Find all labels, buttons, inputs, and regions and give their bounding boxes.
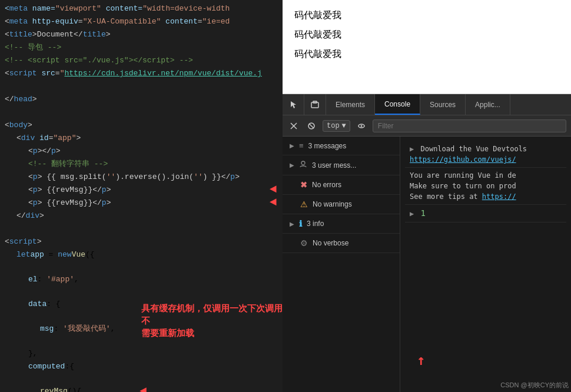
sidebar-info-label: 3 info [307,220,324,228]
context-dropdown[interactable]: top ▼ [323,120,350,132]
svg-point-7 [360,125,362,127]
sidebar-verbose-label: No verbose [313,239,348,247]
devtools-icon-cursor[interactable] [283,94,304,115]
right-panel: 码代敲爱我 码代敲爱我 码代敲爱我 [283,0,571,392]
tab-sources[interactable]: Sources [420,94,466,115]
arrow-icon: ▶ [290,142,294,149]
context-label: top [327,122,340,130]
code-line: </div> [0,210,283,222]
console-message-devtools: ▶ Download the Vue Devtools https://gith… [405,141,566,168]
tab-console[interactable]: Console [375,94,420,115]
clear-console-button[interactable] [287,119,300,132]
arrow-up-annotation: ↑ [417,352,425,368]
code-line: <!-- 导包 --> [0,41,283,54]
sidebar-item-user-messages[interactable]: ▶ 3 user mess... [283,155,400,175]
arrow-icon: ▶ [290,162,294,168]
csdn-watermark: CSDN @初映CY的前说 [500,381,569,390]
sidebar-errors-label: No errors [312,181,341,189]
sidebar-item-info[interactable]: ▶ ℹ 3 info [283,214,400,234]
code-line [0,106,283,119]
message-text: Download the Vue Devtools https://github… [410,145,527,164]
svg-line-5 [309,124,314,128]
expand-icon[interactable]: ▶ [410,145,414,153]
tab-application[interactable]: Applic... [466,94,510,115]
message-text: You are running Vue in deMake sure to tu… [410,171,516,201]
code-line: <p> {{revMsg}}</p> ◄ [0,184,283,197]
verbose-icon: ⚙ [300,238,308,248]
devtools: Elements Console Sources Applic... [283,94,571,392]
code-line: el: '#app', [0,273,283,298]
code-line [0,80,283,93]
code-line: <script> [0,235,283,248]
console-sidebar: ▶ ≡ 3 messages ▶ 3 user mess... [283,137,400,392]
sidebar-item-verbose[interactable]: ⚙ No verbose [283,234,400,253]
code-line: <p></p> [0,145,283,158]
code-line [0,222,283,235]
preview-text-2: 码代敲爱我 [294,29,559,41]
console-message-log: ▶ 1 [405,205,566,222]
browser-preview: 码代敲爱我 码代敲爱我 码代敲爱我 [283,0,571,94]
code-line: <script src="https://cdn.jsdelivr.net/np… [0,67,283,80]
warning-icon: ⚠ [300,200,308,209]
console-messages: ▶ Download the Vue Devtools https://gith… [400,137,571,392]
sidebar-item-messages[interactable]: ▶ ≡ 3 messages [283,137,400,155]
main-layout: <meta name="viewport" content="width=dev… [0,0,571,392]
code-line: <p> {{revMsg}}</p> ◄ [0,197,283,210]
block-button[interactable] [305,119,318,132]
code-line: data: { [0,298,283,323]
code-line: let app = new Vue({ [0,248,283,273]
code-line: <body> [0,119,283,132]
code-editor: <meta name="viewport" content="width=dev… [0,0,283,392]
code-line: <meta name="viewport" content="width=dev… [0,2,283,15]
svg-point-8 [301,161,305,165]
eye-button[interactable] [355,119,368,132]
log-value: 1 [420,208,425,218]
devtools-tabs: Elements Console Sources Applic... [283,94,571,115]
devtools-icon-box[interactable] [304,94,326,115]
error-icon: ✖ [300,180,307,190]
messages-icon: ≡ [299,141,304,150]
code-line: msg: '我爱敲代码', [0,323,283,347]
code-line: </head> [0,93,283,106]
sidebar-user-messages-label: 3 user mess... [312,161,356,170]
code-line: <!-- 翻转字符串 --> [0,158,283,171]
code-line: <meta http-equiv="X-UA-Compatible" conte… [0,15,283,28]
devtools-toolbar: top ▼ [283,115,571,137]
code-line: <div id="app"> [0,132,283,145]
code-line: <p> {{ msg.split('').reverse().join('') … [0,171,283,184]
preview-text-3: 码代敲爱我 [294,48,559,61]
arrow-icon: ▶ [290,221,294,227]
preview-text-1: 码代敲爱我 [294,9,559,22]
code-line: <title>Document</title> [0,28,283,41]
expand-icon[interactable]: ▶ [410,210,414,218]
user-icon [299,160,307,170]
devtools-body: ▶ ≡ 3 messages ▶ 3 user mess... [283,137,571,392]
code-line: <!-- <script src="./vue.js"></script> --… [0,54,283,67]
code-line: }, [0,347,283,360]
sidebar-item-warnings[interactable]: ⚠ No warnings [283,195,400,214]
filter-input[interactable] [373,119,566,132]
tab-elements[interactable]: Elements [326,94,375,115]
info-icon: ℹ [299,219,302,228]
console-message-devmode: You are running Vue in deMake sure to tu… [405,168,566,205]
sidebar-messages-label: 3 messages [308,142,347,150]
code-line: computed:{ [0,360,283,385]
sidebar-item-errors[interactable]: ✖ No errors [283,175,400,195]
dropdown-arrow-icon: ▼ [342,122,346,130]
code-line: revMsg(){ ◄ [0,385,283,392]
sidebar-warnings-label: No warnings [313,200,352,208]
